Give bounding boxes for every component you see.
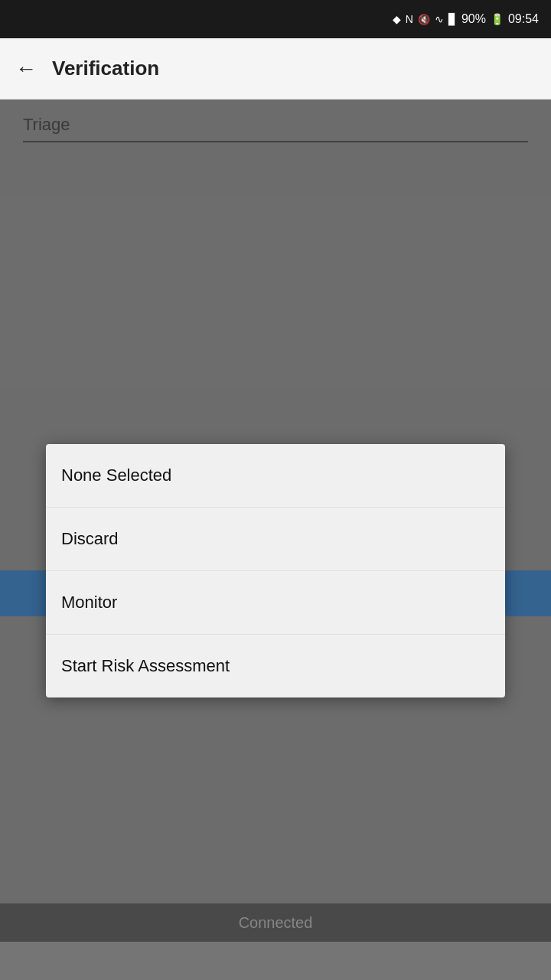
dropdown-item-start-risk-assessment[interactable]: Start Risk Assessment <box>46 635 505 697</box>
status-icons: ◆ N 🔇 ∿ ▊ 90% 🔋 09:54 <box>393 12 539 26</box>
mute-icon: 🔇 <box>418 14 430 25</box>
page-title: Verification <box>52 57 159 80</box>
signal-icon: ▊ <box>448 13 457 25</box>
dropdown-item-discard[interactable]: Discard <box>46 508 505 571</box>
app-bar: ← Verification <box>0 38 551 100</box>
battery-icon: 🔋 <box>491 13 504 25</box>
network-icon: N <box>406 13 413 25</box>
back-button[interactable]: ← <box>15 57 37 81</box>
battery-level: 90% <box>461 12 486 26</box>
dropdown-item-none-selected[interactable]: None Selected <box>46 444 505 508</box>
dropdown-menu: None Selected Discard Monitor Start Risk… <box>46 444 505 697</box>
dropdown-item-monitor[interactable]: Monitor <box>46 571 505 635</box>
clock: 09:54 <box>508 12 539 26</box>
bluetooth-icon: ◆ <box>393 13 401 25</box>
bg-content: Triage None Selected Discard Monitor Sta… <box>0 100 551 942</box>
wifi-icon: ∿ <box>435 13 444 25</box>
status-bar: ◆ N 🔇 ∿ ▊ 90% 🔋 09:54 <box>0 0 551 38</box>
